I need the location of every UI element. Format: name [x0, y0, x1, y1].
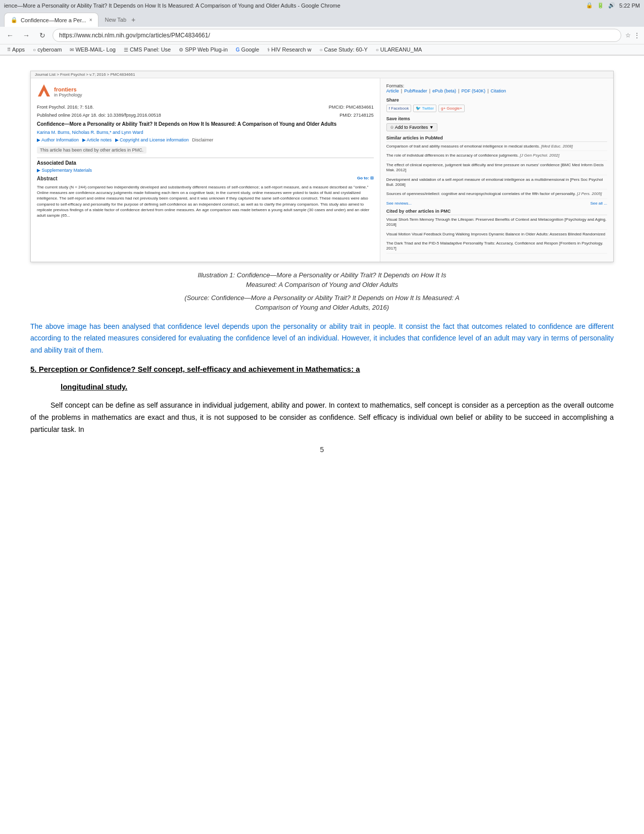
- article-right-panel: Formats: Article | PubReader | ePub (bet…: [380, 78, 613, 262]
- browser-chrome: ience—More a Personality or Ability Trai…: [0, 0, 644, 56]
- webmail-icon: ✉: [70, 47, 74, 53]
- illustration-caption: Illustration 1: Confidence—More a Person…: [30, 270, 614, 290]
- tab-bar: 🔒 Confidence—More a Per... × New Tab +: [0, 11, 644, 27]
- see-reviews-link[interactable]: See reviews...: [386, 201, 412, 206]
- page-content: Journal List > Front Psychol > v.7; 2016…: [0, 56, 644, 484]
- cms-icon: ☰: [124, 47, 128, 53]
- screenshot-inner: frontiers in Psychology Front Psychol. 2…: [31, 78, 613, 262]
- format-links: Article | PubReader | ePub (beta) | PDF …: [386, 88, 607, 93]
- twitter-share[interactable]: 🐦 Twitter: [413, 105, 436, 112]
- copyright-link[interactable]: ▶ Copyright and License information: [115, 137, 189, 142]
- bookmark-cms-label: CMS Panel: Use: [130, 46, 171, 53]
- bookmark-spp-label: SPP Web Plug-in: [185, 46, 228, 53]
- forward-button[interactable]: →: [20, 29, 32, 41]
- tab-close-button[interactable]: ×: [89, 17, 92, 23]
- article-pub-row: Published online 2016 Apr 18. doi: 10.33…: [37, 113, 374, 118]
- settings-icon[interactable]: ⋮: [634, 32, 640, 39]
- bookmark-cyberoam[interactable]: ○ cyberoam: [30, 45, 65, 54]
- bookmark-ulareanu[interactable]: ○ ULAREANU_MA: [373, 45, 425, 54]
- facebook-share[interactable]: f Facebook: [386, 105, 412, 112]
- cited-by-section: Cited by other articles in PMC Visual Sh…: [386, 209, 607, 254]
- save-section: Save items ☆ Add to Favorites ▼: [386, 116, 607, 131]
- frontiers-logo-icon: [37, 83, 51, 101]
- bookmark-webmail-label: WEB-MAIL- Log: [75, 46, 115, 53]
- format-pdf-link[interactable]: PDF (540K): [461, 88, 485, 93]
- clock: 5:22 PM: [619, 3, 640, 9]
- format-article-link[interactable]: Article: [386, 88, 399, 93]
- bookmark-cms[interactable]: ☰ CMS Panel: Use: [121, 45, 174, 54]
- window-title: ience—More a Personality or Ability Trai…: [4, 3, 586, 9]
- bookmark-hiv-label: HIV Research w: [271, 46, 311, 53]
- page-number: 5: [30, 446, 614, 454]
- add-tab-icon[interactable]: +: [131, 16, 135, 24]
- source-caption: (Source: Confidence—More a Personality o…: [30, 293, 614, 313]
- supplementary-materials[interactable]: ▶ Supplementary Materials: [37, 168, 374, 173]
- breadcrumb-bar: Journal List > Front Psychol > v.7; 2016…: [31, 71, 613, 78]
- format-pubreader-link[interactable]: PubReader: [404, 88, 427, 93]
- article-authors: Karina M. Burns, Nicholas R. Burns,* and…: [37, 130, 374, 135]
- google-icon: G: [236, 47, 240, 53]
- add-favorites-button[interactable]: ☆ Add to Favorites ▼: [386, 123, 437, 131]
- bookmark-ulareanu-label: ULAREANU_MA: [380, 46, 422, 53]
- similar-item-5: Sources of openness/intellect: cognitive…: [386, 191, 607, 199]
- author-info-link[interactable]: ▶ Author Information: [37, 137, 79, 142]
- bookmark-hiv[interactable]: ⚕ HIV Research w: [264, 45, 314, 54]
- reload-button[interactable]: ↻: [36, 29, 48, 41]
- tab-favicon: 🔒: [11, 17, 18, 23]
- bookmark-case-label: Case Study: 60-Y: [324, 46, 368, 53]
- cited-by-header: Cited by other articles in PMC: [386, 209, 607, 215]
- spp-icon: ⚙: [179, 47, 183, 53]
- cyberoam-icon: ○: [33, 47, 36, 53]
- section-5-subheading: longitudinal study.: [30, 381, 614, 393]
- similar-item-4: Development and validation of a self-rep…: [386, 177, 607, 190]
- bookmark-google[interactable]: G Google: [233, 45, 262, 54]
- share-section: Share f Facebook 🐦 Twitter g+ Google+: [386, 97, 607, 112]
- apps-icon: ⠿: [7, 47, 11, 53]
- active-tab[interactable]: 🔒 Confidence—More a Per... ×: [4, 13, 98, 27]
- bookmark-apps[interactable]: ⠿ Apps: [4, 45, 28, 54]
- new-tab-button[interactable]: New Tab +: [98, 13, 141, 27]
- bookmark-spp[interactable]: ⚙ SPP Web Plug-in: [176, 45, 231, 54]
- formats-label: Formats: Article | PubReader | ePub (bet…: [386, 83, 607, 93]
- bookmark-case[interactable]: ○ Case Study: 60-Y: [317, 45, 371, 54]
- article-screenshot: Journal List > Front Psychol > v.7; 2016…: [30, 71, 614, 262]
- see-all-link[interactable]: See all ...: [590, 201, 607, 206]
- back-button[interactable]: ←: [4, 29, 16, 41]
- nav-bar: ← → ↻ ☆ ⋮: [0, 27, 644, 44]
- bookmark-star-icon[interactable]: ☆: [625, 32, 631, 39]
- article-notes-link[interactable]: ▶ Article notes: [82, 137, 112, 142]
- article-meta: Front Psychol. 2016; 7: 518. PMCID: PMC4…: [37, 105, 374, 110]
- nav-icons: ☆ ⋮: [625, 32, 640, 39]
- tab-label: Confidence—More a Per...: [21, 17, 86, 23]
- bookmark-webmail[interactable]: ✉ WEB-MAIL- Log: [67, 45, 118, 54]
- article-title-screenshot: Confidence—More a Personality or Ability…: [37, 121, 374, 127]
- window-controls: 🔒 🔋 🔊 5:22 PM: [586, 2, 640, 9]
- ulareanu-icon: ○: [376, 47, 379, 53]
- format-epub-link[interactable]: ePub (beta): [432, 88, 456, 93]
- share-buttons: f Facebook 🐦 Twitter g+ Google+: [386, 105, 607, 112]
- format-citation-link[interactable]: Citation: [490, 88, 506, 93]
- address-bar[interactable]: [53, 29, 621, 42]
- body-paragraph-1: The above image has been analysed that c…: [30, 321, 614, 357]
- save-header: Save items: [386, 116, 607, 121]
- associated-data-header: Associated Data: [37, 158, 374, 166]
- similar-header: Similar articles in PubMed: [386, 135, 607, 142]
- article-pub-date: Published online 2016 Apr 18. doi: 10.33…: [37, 113, 161, 118]
- article-pmid: PMID: 27148125: [339, 113, 374, 118]
- goto-link[interactable]: Go to: ⊟: [357, 176, 374, 181]
- article-left-panel: frontiers in Psychology Front Psychol. 2…: [31, 78, 380, 262]
- case-icon: ○: [320, 47, 323, 53]
- associated-data: Associated Data ▶ Supplementary Material…: [37, 158, 374, 173]
- article-journal: Front Psychol. 2016; 7: 518.: [37, 105, 94, 110]
- similar-item-2: The role of individual differences in th…: [386, 153, 607, 160]
- bookmark-google-label: Google: [241, 46, 259, 53]
- bookmark-apps-label: Apps: [12, 46, 25, 53]
- hiv-icon: ⚕: [267, 47, 270, 53]
- googleplus-share[interactable]: g+ Google+: [438, 105, 465, 112]
- cited-item-3: The Dark Triad and the PID-5 Maladaptive…: [386, 241, 607, 254]
- frontiers-sub: in Psychology: [54, 92, 82, 97]
- browser-icon: 🔒: [586, 2, 593, 9]
- cited-item-1: Visual Short-Term Memory Through the Lif…: [386, 217, 607, 230]
- section-5-heading: 5. Perception or Confidence? Self concep…: [30, 364, 614, 375]
- star-icon: ☆: [390, 125, 394, 130]
